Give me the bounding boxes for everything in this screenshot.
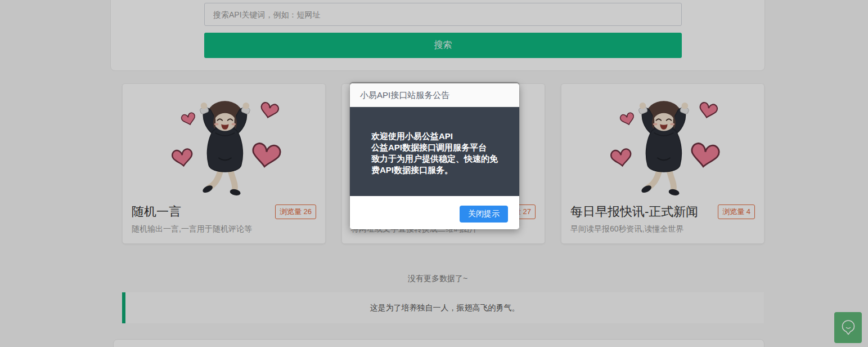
page: 搜索: [0, 0, 868, 347]
close-notice-button[interactable]: 关闭提示: [460, 206, 508, 223]
announcement-modal: 小易API接口站服务公告 欢迎使用小易公益API 公益API数据接口调用服务平台…: [350, 83, 519, 229]
modal-footer: 关闭提示: [350, 196, 519, 229]
modal-title: 小易API接口站服务公告: [350, 83, 519, 107]
modal-body-text: 欢迎使用小易公益API 公益API数据接口调用服务平台 致力于为用户提供稳定、快…: [350, 107, 519, 196]
